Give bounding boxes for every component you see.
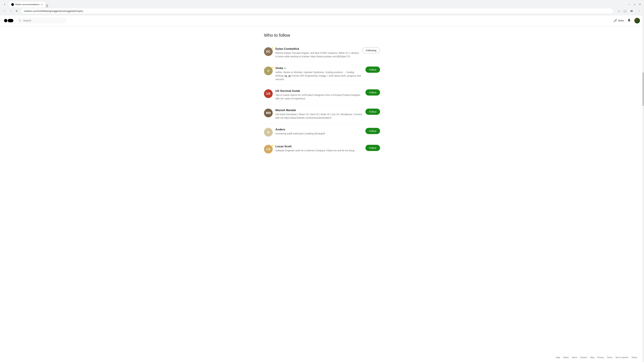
bell-icon	[627, 18, 631, 22]
person-list: DC ★ Dylan Combellick Retired analyst, R…	[264, 43, 380, 158]
person-bio: Retired analyst, Russian linguist, and N…	[276, 51, 360, 58]
write-icon	[614, 19, 617, 22]
person-bio: Author: Books on Mindset, Imposter Syndr…	[276, 70, 363, 81]
navigation-buttons: ← → ↻	[2, 8, 20, 14]
person-avatar-manish-mandal[interactable]: MM	[264, 109, 273, 117]
logo-circle	[4, 19, 8, 22]
menu-button[interactable]: ⋮	[636, 8, 642, 14]
person-info-vinita: Vinita ✔ Author: Books on Mindset, Impos…	[276, 66, 363, 81]
maximize-button[interactable]: ▭	[632, 2, 636, 6]
tab-close-button[interactable]: ✕	[41, 3, 43, 6]
person-info-lucas-scott: Lucas Scott Software Engineer work for a…	[276, 145, 363, 152]
person-name: Anders	[276, 128, 363, 131]
person-info-dylan-combellick: Dylan Combellick Retired analyst, Russia…	[276, 47, 360, 58]
window-controls: ─ ▭ ✕	[627, 2, 642, 6]
star-badge: ★	[271, 144, 273, 147]
reload-button[interactable]: ↻	[14, 8, 20, 14]
tab-dropdown-button[interactable]: ▾	[2, 2, 8, 7]
verified-badge: ✔	[284, 67, 286, 69]
person-item: V ★ Vinita ✔ Author: Books on Mindset, I…	[264, 62, 380, 85]
person-item: MM Manish Mandal Full Stack Developer | …	[264, 105, 380, 124]
follow-button-lucas-scott[interactable]: Follow	[366, 145, 380, 151]
person-item: DC ★ Dylan Combellick Retired analyst, R…	[264, 43, 380, 62]
scroll-track	[642, 0, 644, 164]
person-name: Manish Mandal	[276, 109, 363, 112]
logo-shape	[8, 19, 14, 22]
notifications-button[interactable]	[627, 18, 631, 23]
person-name-text[interactable]: Vinita	[276, 66, 283, 70]
scrollbar[interactable]	[642, 0, 644, 164]
avatar-container: LS ★	[264, 145, 273, 153]
person-name: Lucas Scott	[276, 145, 363, 148]
person-name: Vinita ✔	[276, 66, 363, 70]
star-badge: ★	[271, 46, 273, 49]
browser-chrome: ▾ Refine recommendations ✕ + ─ ▭ ✕ ← → ↻…	[0, 0, 644, 15]
person-avatar-ux-survival-guide[interactable]: UX	[264, 89, 273, 98]
url-text: medium.com/me/following/suggestions#sugg…	[24, 10, 83, 12]
follow-button-vinita[interactable]: Follow	[366, 66, 380, 73]
logo-icon	[4, 19, 14, 22]
person-name-text[interactable]: UX Survival Guide	[276, 89, 300, 93]
user-avatar[interactable]	[634, 18, 640, 23]
person-info-anders: Anders recovering tradfi enthusiast | bu…	[276, 128, 363, 135]
medium-header: Write	[0, 15, 644, 26]
person-bio: Tips & Career Advice for UX/Product Desi…	[276, 93, 363, 100]
close-button[interactable]: ✕	[638, 2, 642, 6]
avatar-container: UX	[264, 89, 273, 98]
avatar-container: V ★	[264, 66, 273, 75]
incognito-badge[interactable]	[628, 9, 636, 13]
person-bio: Full Stack Developer | React JS | Next J…	[276, 113, 363, 120]
person-avatar-anders[interactable]: A	[264, 128, 273, 137]
tab-title: Refine recommendations	[15, 3, 40, 6]
follow-button-manish-mandal[interactable]: Follow	[366, 109, 380, 115]
write-button[interactable]: Write	[614, 19, 624, 22]
side-panel-button[interactable]: ⬜	[622, 8, 628, 14]
forward-button[interactable]: →	[8, 8, 14, 14]
browser-address-bar: ← → ↻ medium.com/me/following/suggestion…	[0, 7, 644, 15]
tab-controls: ▾	[2, 2, 8, 7]
new-tab-button[interactable]: +	[46, 4, 48, 7]
follow-button-anders[interactable]: Follow	[366, 128, 380, 134]
page-title: Who to follow	[264, 33, 380, 38]
star-badge: ★	[271, 66, 273, 68]
person-name-text[interactable]: Dylan Combellick	[276, 47, 299, 51]
main-content: Who to follow DC ★ Dylan Combellick Reti…	[260, 26, 384, 164]
person-bio: recovering tradfi enthusiast | building …	[276, 132, 363, 135]
search-icon	[19, 19, 22, 22]
person-name-text[interactable]: Anders	[276, 128, 285, 131]
follow-button-dylan-combellick[interactable]: Following	[362, 47, 380, 53]
browser-tabs: Refine recommendations ✕ +	[9, 1, 48, 7]
person-info-ux-survival-guide: UX Survival Guide Tips & Career Advice f…	[276, 89, 363, 100]
person-bio: Software Engineer work for a Internet Co…	[276, 149, 363, 152]
bookmark-button[interactable]: ☆	[616, 8, 622, 14]
header-right: Write	[614, 18, 640, 23]
minimize-button[interactable]: ─	[627, 2, 631, 6]
person-name-text[interactable]: Manish Mandal	[276, 109, 296, 112]
person-name: UX Survival Guide	[276, 89, 363, 93]
active-tab[interactable]: Refine recommendations ✕	[9, 1, 46, 7]
person-name: Dylan Combellick	[276, 47, 360, 51]
avatar-container: DC ★	[264, 47, 273, 56]
browser-title-bar: ▾ Refine recommendations ✕ + ─ ▭ ✕	[0, 0, 644, 7]
avatar-container: A	[264, 128, 273, 137]
incognito-icon	[630, 10, 633, 12]
scroll-thumb[interactable]	[642, 72, 644, 106]
person-name-text[interactable]: Lucas Scott	[276, 145, 292, 148]
address-bar[interactable]: medium.com/me/following/suggestions#sugg…	[21, 8, 613, 14]
person-info-manish-mandal: Manish Mandal Full Stack Developer | Rea…	[276, 109, 363, 120]
write-label: Write	[618, 19, 624, 22]
back-button[interactable]: ←	[2, 8, 8, 14]
avatar-container: MM	[264, 109, 273, 117]
person-item: UX UX Survival Guide Tips & Career Advic…	[264, 85, 380, 105]
person-item: LS ★ Lucas Scott Software Engineer work …	[264, 141, 380, 158]
browser-action-buttons: ☆ ⬜ ⋮	[616, 8, 642, 14]
medium-logo[interactable]	[4, 19, 14, 22]
search-input[interactable]	[23, 19, 64, 22]
person-item: A Anders recovering tradfi enthusiast | …	[264, 124, 380, 141]
follow-button-ux-survival-guide[interactable]: Follow	[366, 89, 380, 95]
avatar-image	[634, 18, 640, 23]
search-bar[interactable]	[16, 18, 66, 23]
tab-favicon	[11, 3, 14, 6]
